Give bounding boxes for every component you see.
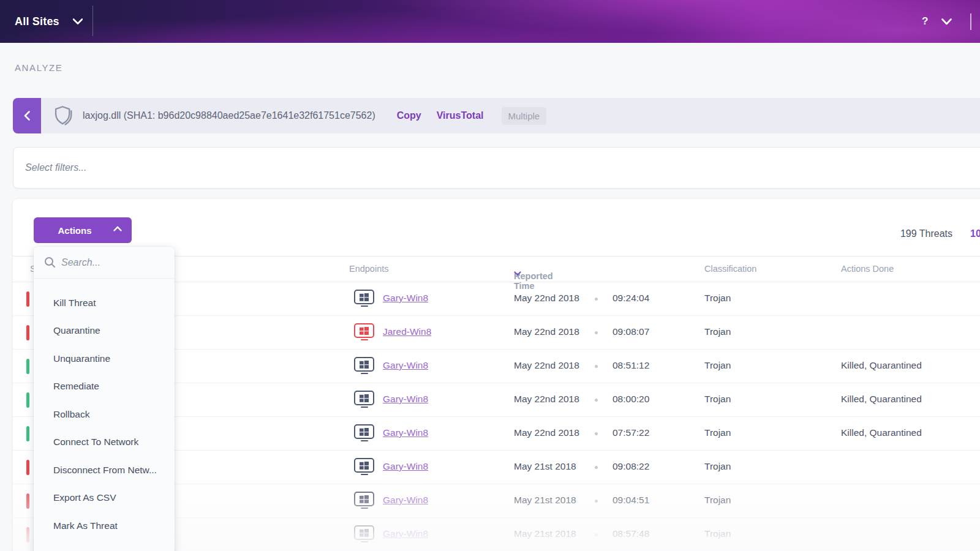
endpoint-monitor-icon [354, 391, 374, 405]
menu-item[interactable]: Kill Threat [34, 289, 175, 317]
actions-button-label: Actions [58, 225, 91, 236]
reported-time-value: 09:08:07 [612, 326, 649, 337]
menu-item[interactable]: Quarantine [34, 317, 175, 345]
help-button[interactable]: ? [922, 15, 928, 28]
endpoint-link[interactable]: Jared-Win8 [383, 326, 431, 337]
column-header-classification[interactable]: Classification [704, 264, 756, 274]
filters-box [13, 147, 980, 189]
dot-separator [595, 432, 598, 435]
endpoint-monitor-icon [354, 323, 374, 338]
chevron-up-icon [113, 226, 122, 231]
breadcrumb: ANALYZE [15, 62, 62, 73]
reported-time-value: 07:57:22 [612, 427, 649, 438]
endpoint-monitor-icon [354, 492, 374, 506]
menu-item[interactable]: Disconnect From Netw... [34, 456, 175, 484]
severity-indicator [26, 460, 29, 475]
dot-separator [595, 399, 598, 402]
shield-icon [54, 105, 74, 127]
endpoint-link[interactable]: Gary-Win8 [383, 360, 428, 371]
topbar-divider [92, 6, 93, 36]
reported-date: May 21st 2018 [514, 495, 576, 506]
reported-time-value: 08:51:12 [612, 360, 649, 371]
actions-done-value: Killed, Quarantined [841, 394, 922, 405]
reported-date: May 21st 2018 [514, 528, 576, 539]
endpoint-link[interactable]: Gary-Win8 [383, 461, 428, 472]
menu-item[interactable]: Unquarantine [34, 345, 175, 373]
actions-button[interactable]: Actions [34, 217, 132, 243]
column-header-actions-done[interactable]: Actions Done [841, 264, 894, 274]
severity-indicator [26, 392, 29, 408]
menu-item[interactable]: Export As CSV [34, 484, 175, 512]
classification-value: Trojan [704, 394, 731, 405]
page-size-selector[interactable]: 10 [970, 228, 980, 239]
back-button[interactable] [13, 98, 41, 133]
dot-separator [595, 298, 598, 301]
endpoint-monitor-icon [354, 525, 374, 540]
severity-indicator [26, 493, 29, 509]
menu-item[interactable]: Rollback [34, 400, 175, 429]
severity-indicator [26, 325, 29, 340]
actions-dropdown-menu: Kill Threat Quarantine Unquarantine Reme… [34, 247, 175, 551]
reported-time-value: 09:24:04 [612, 293, 649, 304]
severity-indicator [26, 359, 29, 374]
dot-separator [595, 533, 598, 536]
endpoint-monitor-icon [354, 290, 374, 304]
dot-separator [595, 466, 598, 469]
site-selector-dropdown[interactable]: All Sites [15, 0, 83, 43]
reported-time-value: 09:04:51 [612, 495, 649, 506]
reported-date: May 21st 2018 [514, 461, 576, 472]
endpoint-link[interactable]: Gary-Win8 [383, 293, 428, 304]
menu-item[interactable]: Mark As Threat [34, 512, 175, 540]
chevron-left-icon [24, 111, 30, 121]
dot-separator [595, 500, 598, 503]
classification-value: Trojan [704, 427, 731, 438]
user-menu-chevron-down-icon[interactable] [941, 18, 952, 25]
reported-date: May 22nd 2018 [514, 394, 579, 405]
endpoint-link[interactable]: Gary-Win8 [383, 495, 428, 506]
actions-done-value: Killed, Quarantined [841, 427, 922, 438]
topbar: All Sites ? [0, 0, 980, 43]
classification-value: Trojan [704, 528, 731, 539]
multiple-badge: Multiple [502, 107, 547, 125]
endpoint-link[interactable]: Gary-Win8 [383, 394, 428, 405]
search-icon [34, 257, 56, 268]
topbar-right: ? [922, 0, 971, 43]
topbar-right-divider [970, 13, 971, 30]
reported-time-value: 08:00:20 [612, 394, 649, 405]
threats-count: 199 Threats [882, 228, 952, 239]
reported-time-value: 08:57:48 [612, 528, 649, 539]
reported-date: May 22nd 2018 [514, 360, 579, 371]
sort-chevron-down-icon [514, 271, 521, 276]
severity-indicator [26, 527, 29, 542]
endpoint-monitor-icon [354, 357, 374, 372]
virustotal-link[interactable]: VirusTotal [437, 110, 484, 121]
reported-date: May 22nd 2018 [514, 293, 579, 304]
copy-link[interactable]: Copy [397, 110, 421, 121]
reported-date: May 22nd 2018 [514, 427, 579, 438]
menu-search-row [34, 247, 175, 279]
filters-input[interactable] [25, 148, 944, 188]
endpoint-link[interactable]: Gary-Win8 [383, 528, 428, 539]
menu-search-input[interactable] [61, 257, 165, 268]
reported-date: May 22nd 2018 [514, 326, 579, 337]
classification-value: Trojan [704, 326, 731, 337]
endpoint-monitor-icon [354, 424, 374, 439]
classification-value: Trojan [704, 461, 731, 472]
endpoint-link[interactable]: Gary-Win8 [383, 427, 428, 438]
severity-indicator [26, 426, 29, 441]
threat-file-label: laxjog.dll (SHA1: b96d20c98840aed25ae7e1… [83, 110, 375, 121]
chevron-down-icon [73, 18, 83, 24]
severity-indicator [26, 291, 29, 307]
endpoint-monitor-icon [354, 458, 374, 473]
classification-value: Trojan [704, 293, 731, 304]
reported-time-value: 09:08:22 [612, 461, 649, 472]
dot-separator [595, 331, 598, 334]
classification-value: Trojan [704, 360, 731, 371]
menu-item[interactable]: Remediate [34, 373, 175, 401]
actions-done-value: Killed, Quarantined [841, 360, 922, 371]
menu-items: Kill Threat Quarantine Unquarantine Reme… [34, 279, 175, 540]
menu-item[interactable]: Connect To Network [34, 429, 175, 457]
column-header-endpoints[interactable]: Endpoints [349, 264, 389, 274]
page: All Sites ? ANALYZE laxjog [0, 0, 980, 551]
dot-separator [595, 365, 598, 368]
